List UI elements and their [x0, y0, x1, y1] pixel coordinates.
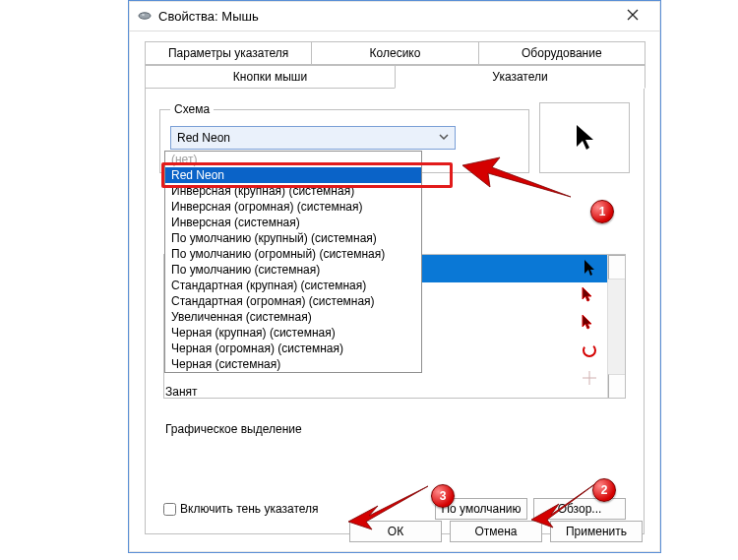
shadow-checkbox-label: Включить тень указателя	[180, 502, 319, 516]
tab-pointers[interactable]: Указатели	[395, 65, 646, 89]
scheme-option[interactable]: По умолчанию (огромный) (системная)	[165, 246, 421, 262]
ok-button[interactable]: ОК	[349, 521, 442, 542]
tab-pointer-options[interactable]: Параметры указателя	[145, 41, 312, 65]
tab-hardware[interactable]: Оборудование	[478, 41, 646, 65]
annotation-badge-1: 1	[590, 200, 614, 223]
svg-point-0	[139, 13, 151, 19]
scheme-legend: Схема	[170, 102, 214, 116]
window-title: Свойства: Мышь	[158, 9, 613, 24]
annotation-badge-2: 2	[592, 478, 616, 502]
chevron-down-icon	[437, 130, 451, 147]
cursor-arrow-icon	[572, 123, 597, 153]
apply-button[interactable]: Применить	[550, 521, 643, 542]
cancel-button[interactable]: Отмена	[450, 521, 542, 542]
shadow-checkbox[interactable]	[163, 503, 176, 516]
scheme-option[interactable]: Инверсная (огромная) (системная)	[165, 199, 421, 215]
cursor-working-icon	[578, 314, 601, 335]
scheme-option[interactable]: Инверсная (крупная) (системная)	[165, 183, 421, 199]
scheme-option[interactable]: По умолчанию (системная)	[165, 262, 421, 278]
scheme-option[interactable]: Стандартная (крупная) (системная)	[165, 278, 421, 293]
label-precision: Графическое выделение	[165, 418, 302, 440]
scheme-dropdown[interactable]: (нет)Red NeonИнверсная (крупная) (систем…	[164, 151, 422, 373]
scroll-down-button[interactable]: ▼	[608, 374, 626, 398]
scheme-option[interactable]: Черная (системная)	[165, 356, 421, 372]
below-labels: Занят Графическое выделение	[165, 381, 302, 440]
scroll-up-button[interactable]: ▲	[608, 255, 626, 280]
annotation-badge-3: 3	[431, 484, 455, 508]
cursor-precision-icon	[578, 369, 601, 390]
cursor-busy-icon	[578, 342, 601, 362]
scheme-option[interactable]: По умолчанию (крупный) (системная)	[165, 230, 421, 246]
scheme-option[interactable]: Черная (крупная) (системная)	[165, 325, 421, 341]
close-button[interactable]	[613, 7, 652, 25]
scheme-option[interactable]: (нет)	[165, 152, 421, 167]
cursor-help-icon	[578, 286, 601, 307]
cursor-arrow-icon	[578, 259, 601, 280]
scheme-selected-text: Red Neon	[177, 131, 230, 145]
label-busy: Занят	[165, 381, 302, 403]
svg-point-2	[584, 344, 595, 356]
scheme-option[interactable]: Red Neon	[165, 167, 421, 183]
tab-wheel[interactable]: Колесико	[311, 41, 478, 65]
mouse-properties-window: Свойства: Мышь Параметры указателя Колес…	[128, 0, 661, 553]
scheme-option[interactable]: Черная (огромная) (системная)	[165, 341, 421, 356]
close-icon	[627, 9, 639, 21]
mouse-icon	[137, 8, 153, 24]
svg-point-1	[142, 14, 145, 16]
scheme-option[interactable]: Увеличенная (системная)	[165, 309, 421, 325]
scheme-option[interactable]: Стандартная (огромная) (системная)	[165, 293, 421, 309]
browse-button[interactable]: Обзор...	[533, 498, 626, 520]
scheme-combobox[interactable]: Red Neon	[170, 126, 456, 150]
titlebar: Свойства: Мышь	[129, 1, 660, 31]
tab-buttons[interactable]: Кнопки мыши	[145, 65, 396, 89]
scheme-option[interactable]: Инверсная (системная)	[165, 215, 421, 230]
scheme-preview	[539, 102, 630, 173]
listbox-scrollbar[interactable]: ▲ ▼	[607, 255, 625, 398]
